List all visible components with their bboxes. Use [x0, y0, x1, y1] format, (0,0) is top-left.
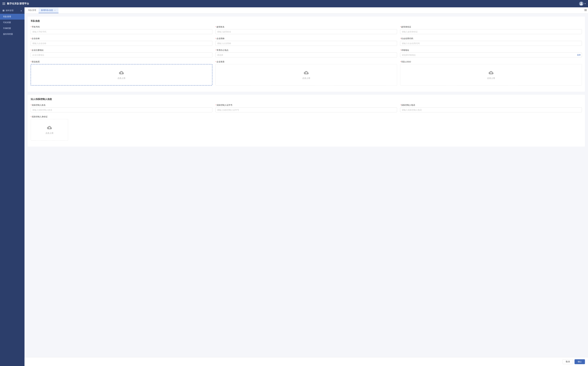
header-left: 数字化车队管理平台 — [2, 2, 29, 5]
input-detail-address[interactable] — [400, 53, 582, 57]
form-row-2: * 企业全称 * 企业简称 — [31, 37, 582, 46]
sidebar-section-label: 资料管理 — [6, 9, 14, 12]
main-area: 资料管理 ▲ 车队管理 司机档案 车辆档案 服务商档案 — [0, 7, 588, 366]
sidebar-item-fleet-management[interactable]: 车队管理 — [0, 14, 24, 20]
upload-icon-business — [119, 70, 124, 76]
upload-fleet-logo[interactable]: 点击上传 — [400, 64, 582, 85]
input-admin-name[interactable] — [216, 29, 397, 34]
upload-group-fleet-logo: * 车队LOGO 点击上传 — [400, 61, 582, 85]
main-content: 车队管理 新增车队信息 × 车队信息 — [24, 7, 588, 366]
label-legal-id-card: * 实际控制人身份证 — [31, 115, 68, 118]
form-group-company-short: * 企业简称 — [216, 37, 397, 46]
form-group-detail-address: * 详细地址 选择 — [400, 49, 582, 57]
input-reg-address[interactable] — [31, 53, 212, 57]
label-company-qualification: * 企业资质 — [216, 61, 397, 63]
form-group-admin-name: * 超管姓名 — [216, 26, 397, 34]
label-phone: * 手机号码 — [31, 26, 212, 28]
form-group-legal-id: * 实际控制人证件号 — [216, 104, 397, 112]
label-business-license: * 营业执照 — [31, 61, 212, 63]
header: 数字化车队管理平台 ▾ — [0, 0, 588, 7]
input-company-full[interactable] — [31, 41, 212, 46]
legal-info-section: 法人/实际控制人信息 * 实际控制人姓名 * — [28, 95, 585, 147]
sidebar-item-service-archive[interactable]: 服务商档案 — [0, 31, 24, 37]
label-office-location: * 常用办公地点 — [216, 49, 397, 52]
form-group-company-full: * 企业全称 — [31, 37, 212, 46]
tabs-right — [584, 9, 587, 12]
sidebar-section-resources: 资料管理 ▲ 车队管理 司机档案 车辆档案 服务商档案 — [0, 7, 24, 37]
tab-new-fleet[interactable]: 新增车队信息 × — [39, 8, 59, 13]
hamburger-icon[interactable] — [2, 3, 5, 5]
label-fleet-logo: * 车队LOGO — [400, 61, 582, 63]
address-input-wrapper: 选择 — [400, 53, 582, 57]
input-legal-phone[interactable] — [400, 107, 582, 112]
label-legal-id: * 实际控制人证件号 — [216, 104, 397, 107]
chevron-down-icon[interactable]: ▾ — [585, 3, 586, 5]
upload-icon-qualification — [304, 70, 309, 76]
label-company-full: * 企业全称 — [31, 37, 212, 40]
tab-fleet-management[interactable]: 车队管理 — [26, 8, 39, 13]
header-right: ▾ — [579, 1, 586, 6]
input-phone[interactable] — [31, 29, 212, 34]
footer: 取消 确认 — [24, 357, 588, 366]
upload-company-qualification[interactable]: 点击上传 — [216, 64, 397, 85]
form-group-admin-id: * 超管身份证 — [400, 26, 582, 34]
input-admin-id[interactable] — [400, 29, 582, 34]
upload-text-legal-id: 点击上传 — [46, 132, 54, 135]
label-legal-name: * 实际控制人姓名 — [31, 104, 212, 107]
user-avatar[interactable] — [579, 1, 583, 6]
form-group-reg-address: * 企业注册地址 — [31, 49, 212, 57]
app-title: 数字化车队管理平台 — [7, 2, 29, 5]
upload-group-legal-id-card: * 实际控制人身份证 点击上传 — [31, 115, 68, 140]
form-group-legal-phone: * 实际控制人电话 — [400, 104, 582, 112]
tab-close-icon[interactable]: × — [54, 9, 56, 11]
upload-row-fleet: * 营业执照 点击上传 — [31, 61, 582, 85]
sidebar: 资料管理 ▲ 车队管理 司机档案 车辆档案 服务商档案 — [0, 7, 24, 366]
input-social-credit[interactable] — [400, 41, 582, 46]
sidebar-item-driver-archive[interactable]: 司机档案 — [0, 20, 24, 25]
form-group-phone: * 手机号码 — [31, 26, 212, 34]
upload-row-legal: * 实际控制人身份证 点击上传 — [31, 115, 582, 140]
label-admin-name: * 超管姓名 — [216, 26, 397, 28]
label-social-credit: * 社会信用代码 — [400, 37, 582, 40]
form-row-1: * 手机号码 * 超管姓名 — [31, 26, 582, 34]
legal-info-title: 法人/实际控制人信息 — [31, 98, 582, 101]
select-address-button[interactable]: 选择 — [577, 54, 581, 56]
input-company-short[interactable] — [216, 41, 397, 46]
form-row-3: * 企业注册地址 * 常用办公地点 — [31, 49, 582, 57]
label-company-short: * 企业简称 — [216, 37, 397, 40]
page-content: 车队信息 * 手机号码 * — [24, 14, 588, 357]
upload-text-qualification: 点击上传 — [302, 77, 310, 80]
label-legal-phone: * 实际控制人电话 — [400, 104, 582, 107]
upload-group-business-license: * 营业执照 点击上传 — [31, 61, 212, 85]
cancel-button[interactable]: 取消 — [563, 359, 573, 364]
upload-text-business: 点击上传 — [117, 77, 125, 80]
section-icon-wrapper: 资料管理 — [2, 9, 14, 12]
upload-group-company-qualification: * 企业资质 点击上传 — [216, 61, 397, 85]
upload-business-license[interactable]: 点击上传 — [31, 64, 212, 85]
form-group-social-credit: * 社会信用代码 — [400, 37, 582, 46]
form-group-office-location: * 常用办公地点 — [216, 49, 397, 57]
fleet-info-section: 车队信息 * 手机号码 * — [28, 16, 585, 92]
tabs-bar: 车队管理 新增车队信息 × — [24, 7, 588, 14]
upload-legal-id-card[interactable]: 点击上传 — [31, 119, 68, 140]
upload-icon-legal-id — [47, 125, 52, 130]
input-legal-name[interactable] — [31, 107, 212, 112]
form-group-legal-name: * 实际控制人姓名 — [31, 104, 212, 112]
label-admin-id: * 超管身份证 — [400, 26, 582, 28]
app-container: 数字化车队管理平台 ▾ 资料管理 ▲ — [0, 0, 588, 366]
input-legal-id[interactable] — [216, 107, 397, 112]
label-reg-address: * 企业注册地址 — [31, 49, 212, 52]
fleet-info-title: 车队信息 — [31, 20, 582, 23]
sidebar-section-chevron: ▲ — [20, 10, 22, 11]
upload-text-logo: 点击上传 — [487, 77, 495, 80]
legal-form-row-1: * 实际控制人姓名 * 实际控制人证件号 — [31, 104, 582, 112]
label-detail-address: * 详细地址 — [400, 49, 582, 52]
sidebar-item-vehicle-archive[interactable]: 车辆档案 — [0, 25, 24, 31]
upload-icon-logo — [489, 70, 494, 76]
input-office-location[interactable] — [216, 53, 397, 57]
confirm-button[interactable]: 确认 — [574, 359, 585, 364]
grid-icon[interactable] — [584, 9, 587, 12]
sidebar-section-header[interactable]: 资料管理 ▲ — [0, 7, 24, 14]
